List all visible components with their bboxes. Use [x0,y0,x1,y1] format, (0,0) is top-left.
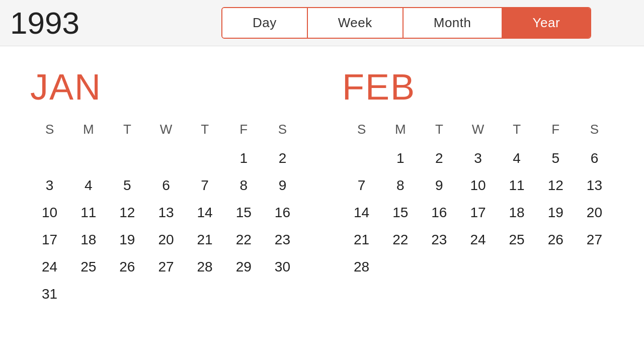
empty-cell [146,145,185,171]
day-cell[interactable]: 29 [224,254,263,280]
day-cell[interactable]: 22 [381,227,420,253]
day-cell[interactable]: 12 [108,200,146,226]
february-label: FEB [342,66,614,108]
year-title: 1993 [10,5,121,41]
feb-sun-header: S [342,118,381,141]
day-cell[interactable]: 11 [69,200,108,226]
day-cell[interactable]: 3 [458,145,497,171]
january-day-headers: S M T W T F S [30,118,302,141]
feb-tue-header: T [420,118,458,141]
day-cell[interactable]: 4 [69,172,108,199]
month-view-button[interactable]: Month [404,8,503,38]
jan-mon-header: M [69,118,108,141]
day-cell[interactable]: 5 [108,172,146,199]
day-cell[interactable]: 23 [420,227,458,253]
feb-wed-header: W [458,118,497,141]
day-cell[interactable]: 20 [575,200,614,226]
day-cell[interactable]: 16 [420,200,458,226]
day-cell[interactable]: 21 [342,227,381,253]
day-cell[interactable]: 18 [498,200,536,226]
day-cell[interactable]: 2 [263,145,302,171]
day-cell[interactable]: 12 [536,172,575,199]
day-cell[interactable]: 1 [381,145,420,171]
day-cell[interactable]: 4 [498,145,536,171]
day-cell[interactable]: 10 [458,172,497,199]
day-cell[interactable]: 31 [30,281,69,307]
day-cell[interactable]: 25 [498,227,536,253]
day-cell[interactable]: 15 [224,200,263,226]
day-cell[interactable]: 14 [186,200,224,226]
day-cell[interactable]: 26 [108,254,146,280]
day-cell[interactable]: 30 [263,254,302,280]
empty-cell [342,145,381,171]
day-cell[interactable]: 24 [458,227,497,253]
day-cell[interactable]: 3 [30,172,69,199]
day-cell[interactable]: 11 [498,172,536,199]
day-cell[interactable]: 17 [458,200,497,226]
jan-thu-header: T [186,118,224,141]
empty-cell [108,145,146,171]
day-cell[interactable]: 24 [30,254,69,280]
day-cell[interactable]: 17 [30,227,69,253]
jan-sun-header: S [30,118,69,141]
feb-sat-header: S [575,118,614,141]
day-view-button[interactable]: Day [222,8,308,38]
day-cell[interactable]: 13 [575,172,614,199]
week-view-button[interactable]: Week [308,8,404,38]
day-cell[interactable]: 19 [108,227,146,253]
day-cell[interactable]: 26 [536,227,575,253]
day-cell[interactable]: 21 [186,227,224,253]
january-label: JAN [30,66,302,108]
day-cell[interactable]: 9 [263,172,302,199]
day-cell[interactable]: 16 [263,200,302,226]
january-grid: 1234567891011121314151617181920212223242… [30,145,302,307]
day-cell[interactable]: 8 [381,172,420,199]
day-cell[interactable]: 6 [146,172,185,199]
day-cell[interactable]: 28 [342,254,381,280]
calendar-container: JAN S M T W T F S 1234567891011121314151… [0,46,644,362]
day-cell[interactable]: 9 [420,172,458,199]
empty-cell [69,145,108,171]
year-view-button[interactable]: Year [503,8,591,38]
february-grid: 1234567891011121314151617181920212223242… [342,145,614,280]
february-block: FEB S M T W T F S 1234567891011121314151… [342,66,614,342]
empty-cell [30,145,69,171]
day-cell[interactable]: 7 [342,172,381,199]
day-cell[interactable]: 5 [536,145,575,171]
january-block: JAN S M T W T F S 1234567891011121314151… [30,66,302,342]
jan-sat-header: S [263,118,302,141]
day-cell[interactable]: 14 [342,200,381,226]
day-cell[interactable]: 20 [146,227,185,253]
day-cell[interactable]: 7 [186,172,224,199]
feb-thu-header: T [498,118,536,141]
day-cell[interactable]: 2 [420,145,458,171]
day-cell[interactable]: 22 [224,227,263,253]
day-cell[interactable]: 28 [186,254,224,280]
day-cell[interactable]: 15 [381,200,420,226]
jan-fri-header: F [224,118,263,141]
view-toggle: Day Week Month Year [221,7,591,39]
empty-cell [186,145,224,171]
jan-tue-header: T [108,118,146,141]
day-cell[interactable]: 10 [30,200,69,226]
day-cell[interactable]: 19 [536,200,575,226]
feb-fri-header: F [536,118,575,141]
day-cell[interactable]: 6 [575,145,614,171]
day-cell[interactable]: 27 [146,254,185,280]
day-cell[interactable]: 25 [69,254,108,280]
day-cell[interactable]: 27 [575,227,614,253]
day-cell[interactable]: 23 [263,227,302,253]
day-cell[interactable]: 13 [146,200,185,226]
day-cell[interactable]: 1 [224,145,263,171]
jan-wed-header: W [146,118,185,141]
day-cell[interactable]: 18 [69,227,108,253]
day-cell[interactable]: 8 [224,172,263,199]
app-header: 1993 Day Week Month Year [0,0,644,46]
feb-mon-header: M [381,118,420,141]
february-day-headers: S M T W T F S [342,118,614,141]
